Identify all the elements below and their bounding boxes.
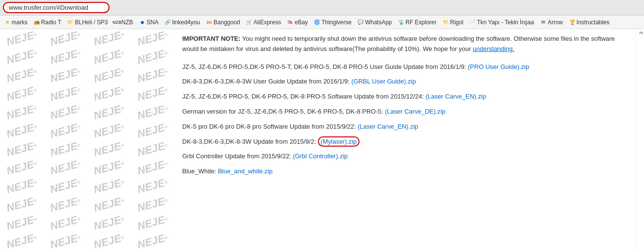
- download-prefix: JZ-5, JZ-6,DK-5 PRO-5, DK-6 PRO-5, DK-8 …: [182, 93, 425, 100]
- ebay-icon: 🛍: [287, 19, 294, 26]
- download-prefix: DK-8-3,DK-6-3,DK-8-3W Update from 2015/9…: [182, 138, 318, 145]
- bookmark-label: marks: [12, 19, 28, 26]
- bookmark-label: linked4you: [172, 19, 200, 26]
- bookmark-rigol[interactable]: 📁 Rigol: [440, 18, 465, 26]
- bookmark-label: Instructables: [577, 19, 610, 26]
- download-prefix: JZ-5, JZ-6,DK-5 PRO-5,DK-5 PRO-5-T, DK-6…: [182, 63, 468, 70]
- download-prefix: German version for JZ-5, JZ-6,DK-5 PRO-5…: [182, 108, 385, 115]
- right-edge-strip: E E E E E E E E E E: [635, 29, 644, 251]
- right-edge-text: E: [638, 31, 644, 251]
- content-area: IMPORTANT NOTE: You might need to tempor…: [174, 29, 635, 251]
- banggood-icon: 3G: [206, 19, 213, 26]
- bookmark-sna[interactable]: ◆ SNA: [137, 18, 161, 26]
- folder-icon: 📁: [67, 19, 74, 26]
- link-icon: 🔗: [164, 19, 171, 26]
- tkn-icon: 📄: [469, 19, 476, 26]
- neje-pattern: // Will be generated by JS below NEJE®NE…: [0, 29, 174, 251]
- bookmark-label: SNA: [147, 19, 159, 26]
- bookmark-whatsapp[interactable]: 💬 WhatsApp: [355, 18, 393, 26]
- bookmark-banggood[interactable]: 3G Banggood: [204, 18, 242, 26]
- bookmark-arrow[interactable]: ✉ Arrow: [538, 18, 565, 26]
- download-prefix: DK-5 pro DK-6 pro DK-8 pro Software Upda…: [182, 123, 358, 130]
- nzb-icon: NZB: [114, 19, 121, 26]
- download-link-5[interactable]: (Laser Carve_EN).zip: [358, 123, 418, 130]
- rigol-folder-icon: 📁: [442, 19, 449, 26]
- right-edge-text: E: [635, 31, 637, 251]
- download-link-1[interactable]: (PRO User Guide).zip: [468, 63, 529, 70]
- bookmark-label: RF Explorer: [406, 19, 437, 26]
- bookmark-label: AliExpress: [253, 19, 281, 26]
- radio-icon: 📻: [33, 19, 40, 26]
- download-item-6: DK-8-3,DK-6-3,DK-8-3W Update from 2015/9…: [182, 137, 628, 147]
- instructables-icon: 🏆: [569, 19, 576, 26]
- bookmark-label: Arrow: [548, 19, 563, 26]
- address-bar-row: www.trusfer.com/#Download: [0, 0, 644, 16]
- address-bar[interactable]: www.trusfer.com/#Download: [3, 2, 110, 13]
- bookmark-instructables[interactable]: 🏆 Instructables: [567, 18, 612, 26]
- download-link-4[interactable]: (Laser Carve_DE).zip: [385, 108, 445, 115]
- bookmark-label: Rigol: [450, 19, 463, 26]
- bookmark-nzb[interactable]: NZB NZB: [112, 18, 135, 26]
- download-item-5: DK-5 pro DK-6 pro DK-8 pro Software Upda…: [182, 122, 628, 132]
- thingiverse-icon: 🌀: [314, 19, 320, 26]
- download-item-4: German version for JZ-5, JZ-6,DK-5 PRO-5…: [182, 107, 628, 117]
- download-item-2: DK-8-3,DK-6-3,DK-8-3W User Guide Update …: [182, 77, 628, 87]
- whatsapp-icon: 💬: [357, 19, 364, 26]
- rfexplorer-icon: 📡: [398, 19, 405, 26]
- bookmark-aliexpress[interactable]: 🛒 AliExpress: [244, 18, 283, 26]
- download-prefix: Grbl Controller Update from 2015/9/22:: [182, 152, 293, 160]
- download-prefix: DK-8-3,DK-6-3,DK-8-3W User Guide Update …: [182, 78, 351, 85]
- bookmarks-bar: ★ marks 📻 Radio T 📁 BLHeli / SP3 NZB NZB…: [0, 16, 644, 29]
- download-item-7: Grbl Controller Update from 2015/9/22: (…: [182, 151, 628, 162]
- download-link-3[interactable]: (Laser Carve_EN).zip: [425, 93, 486, 100]
- bookmark-label: BLHeli / SP3: [75, 19, 108, 26]
- download-item-3: JZ-5, JZ-6,DK-5 PRO-5, DK-6 PRO-5, DK-8 …: [182, 92, 628, 102]
- bookmark-label: Banggood: [214, 19, 240, 26]
- understanding-link[interactable]: understanding.: [473, 45, 515, 52]
- bookmark-radio[interactable]: 📻 Radio T: [31, 18, 63, 26]
- download-link-2[interactable]: (GRBL User Guide).zip: [351, 78, 416, 85]
- bookmark-label: eBay: [295, 19, 308, 26]
- download-item-8: Blue_White: Blue_and_white.zip: [182, 167, 628, 177]
- bookmark-thingiverse[interactable]: 🌀 Thingiverse: [312, 18, 353, 26]
- bookmark-rfexplorer[interactable]: 📡 RF Explorer: [396, 18, 439, 26]
- url-text: www.trusfer.com/#Download: [9, 4, 88, 11]
- bookmark-label: Radio T: [41, 19, 62, 26]
- bookmark-label: WhatsApp: [365, 19, 392, 26]
- star-icon: ★: [4, 19, 11, 26]
- arrow-mail-icon: ✉: [540, 19, 547, 26]
- important-note: IMPORTANT NOTE: You might need to tempor…: [182, 34, 628, 54]
- download-prefix: Blue_White:: [182, 167, 218, 175]
- bookmark-linked4you[interactable]: 🔗 linked4you: [162, 18, 202, 26]
- neje-background: // Will be generated by JS below NEJE®NE…: [0, 29, 174, 251]
- aliexpress-icon: 🛒: [246, 19, 252, 26]
- bookmark-label: NZB: [122, 19, 133, 26]
- bookmark-marks[interactable]: ★ marks: [2, 18, 30, 26]
- main-area: // Will be generated by JS below NEJE®NE…: [0, 29, 644, 251]
- bookmark-label: Thingiverse: [321, 19, 351, 26]
- download-link-8[interactable]: Blue_and_white.zip: [218, 167, 273, 175]
- download-link-7[interactable]: (Grbl Controller).zip: [293, 152, 347, 160]
- sna-icon: ◆: [139, 19, 146, 26]
- bookmark-tkn[interactable]: 📄 Tkn Yapı - Tekin İnşaa: [467, 18, 536, 26]
- bookmark-ebay[interactable]: 🛍 eBay: [285, 18, 310, 26]
- download-item-1: JZ-5, JZ-6,DK-5 PRO-5,DK-5 PRO-5-T, DK-6…: [182, 62, 628, 72]
- bookmark-blheli[interactable]: 📁 BLHeli / SP3: [65, 18, 110, 26]
- bookmark-label: Tkn Yapı - Tekin İnşaa: [477, 19, 534, 26]
- download-link-6-circled[interactable]: (Mylaser).zip: [318, 136, 360, 147]
